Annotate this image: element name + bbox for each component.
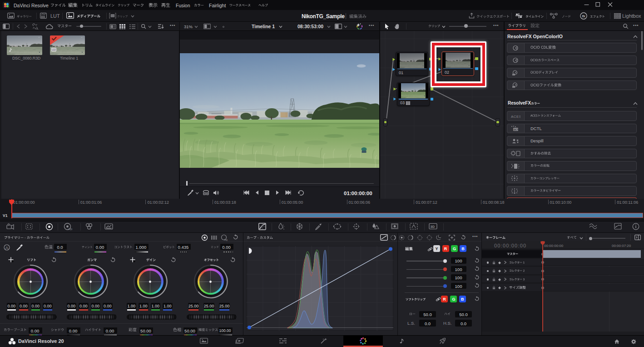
svg-text:A: A xyxy=(5,246,8,250)
svg-text:DCTL: DCTL xyxy=(514,128,520,131)
svg-text:HDR: HDR xyxy=(68,228,72,231)
svg-text:log: log xyxy=(224,238,228,241)
svg-text:ACES: ACES xyxy=(511,115,520,119)
svg-text:3D: 3D xyxy=(431,225,435,229)
